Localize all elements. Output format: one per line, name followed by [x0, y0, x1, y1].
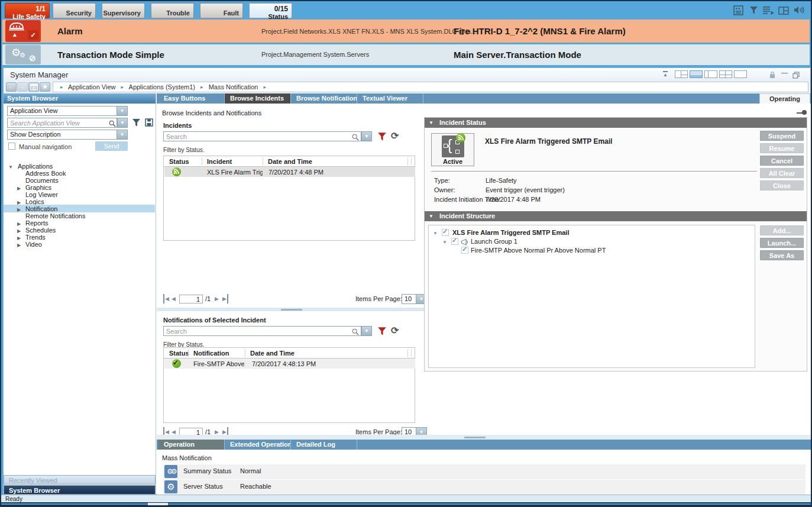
resume-button[interactable]: Resume — [760, 143, 804, 153]
layout-preset-1-icon[interactable] — [675, 70, 688, 78]
summary-button-life-safety[interactable]: 1/1 Life Safety — [5, 3, 50, 18]
expander-open-icon[interactable]: ▼ — [442, 240, 447, 245]
event-counter-icon[interactable] — [733, 5, 743, 18]
structure-group-checkbox[interactable]: ✓ — [451, 238, 458, 245]
tree-item-schedules[interactable]: Schedules — [25, 227, 56, 234]
layout-preset-3-icon[interactable] — [704, 70, 717, 78]
structure-root-checkbox[interactable]: ✓ — [442, 229, 449, 236]
view-selector[interactable]: Application View ▼ — [7, 106, 128, 116]
nav-back-button[interactable]: ← — [6, 82, 17, 92]
notifications-refresh-icon[interactable]: ⟳ — [391, 325, 399, 336]
tab-operation[interactable]: Operation — [158, 440, 225, 450]
transaction-banner[interactable]: ⚙ ⚙ ⊘ Transaction Mode Simple Project.Ma… — [2, 44, 810, 65]
page-number-input[interactable] — [179, 295, 203, 303]
structure-group-label[interactable]: Launch Group 1 — [471, 238, 517, 245]
tab-operating[interactable]: Operating — [759, 93, 810, 104]
horizontal-splitter[interactable] — [157, 308, 429, 311]
incidents-search-dropdown[interactable]: ▼ — [361, 131, 372, 141]
tree-item-graphics[interactable]: Graphics — [25, 184, 51, 191]
structure-root-label[interactable]: XLS Fire Alarm Triggered SMTP Email — [452, 229, 569, 236]
structure-leaf-label[interactable]: Fire-SMTP Above Normal Pr Above Normal P… — [471, 247, 606, 254]
send-button[interactable]: Send — [95, 141, 128, 151]
bottom-splitter[interactable] — [157, 435, 811, 440]
first-page-icon[interactable]: ◀ — [163, 294, 169, 303]
table-row[interactable]: XLS Fire Alarm Triggere 7/20/2017 4:48 P… — [164, 167, 415, 177]
cancel-button[interactable]: Cancel — [760, 156, 804, 166]
tab-detailed-log[interactable]: Detailed Log — [291, 440, 357, 450]
expander-closed-icon[interactable]: ▶ — [17, 228, 21, 234]
tree-item-reports[interactable]: Reports — [25, 219, 48, 227]
sidebar-search-input[interactable] — [7, 118, 117, 128]
tree-item-video[interactable]: Video — [25, 241, 42, 248]
launch-button[interactable]: Launch... — [760, 238, 804, 248]
notifications-filter-icon[interactable] — [377, 327, 387, 338]
tree-item-notification[interactable]: Notification — [25, 205, 57, 212]
incidents-filter-icon[interactable] — [377, 132, 387, 144]
incident-structure-header[interactable]: ▼ Incident Structure — [425, 211, 807, 221]
incidents-search-input[interactable] — [163, 131, 361, 141]
close-button[interactable]: Close — [760, 180, 804, 190]
incident-status-header[interactable]: ▼ Incident Status — [425, 118, 807, 128]
breadcrumb-item-application-view[interactable]: Application View — [68, 83, 116, 91]
tree-item-documents[interactable]: Documents — [25, 177, 59, 184]
expander-closed-icon[interactable]: ▶ — [17, 186, 21, 191]
last-page-icon[interactable]: ▶ — [222, 294, 228, 303]
add-button[interactable]: Add... — [760, 225, 804, 235]
next-page-icon[interactable]: ▶ — [215, 294, 219, 303]
tree-item-log-viewer[interactable]: Log Viewer — [25, 191, 58, 198]
breadcrumb-item-applications[interactable]: Applications (System1) — [129, 83, 196, 91]
collapse-pane-icon[interactable]: ▲ — [663, 71, 668, 77]
recently-viewed-tab[interactable]: Recently Viewed — [4, 475, 156, 485]
summary-button-security[interactable]: Security — [53, 3, 96, 18]
layout-preset-5-icon[interactable] — [734, 70, 747, 78]
items-per-page-select[interactable]: 10 ▼ — [402, 294, 427, 304]
tree-item-trends[interactable]: Trends — [25, 234, 46, 241]
summary-button-trouble[interactable]: Trouble — [151, 3, 194, 18]
expander-open-icon[interactable]: ▼ — [8, 164, 13, 170]
table-row[interactable]: ✓ Fire-SMTP Above No 7/20/2017 4:48:13 P… — [164, 359, 415, 369]
manual-navigation-checkbox[interactable] — [8, 143, 15, 150]
filter-icon[interactable] — [132, 118, 141, 130]
sound-icon[interactable] — [794, 6, 805, 17]
expander-closed-icon[interactable]: ▶ — [17, 207, 21, 212]
minimize-icon[interactable]: — — [781, 69, 788, 76]
nav-history-icon[interactable] — [28, 82, 39, 92]
chevron-down-icon[interactable]: ▼ — [117, 130, 127, 139]
notifications-search-input[interactable] — [163, 326, 361, 336]
event-filter-icon[interactable] — [749, 6, 758, 17]
summary-button-fault[interactable]: Fault — [200, 3, 243, 18]
search-dropdown-button[interactable]: ▼ — [117, 118, 128, 128]
tab-browse-notifications[interactable]: Browse Notifications — [291, 93, 357, 104]
notifications-search-dropdown[interactable]: ▼ — [361, 326, 372, 336]
tab-textual-viewer[interactable]: Textual Viewer — [357, 93, 423, 104]
nav-favorites-star-icon[interactable]: ★ — [40, 82, 50, 92]
save-search-icon[interactable] — [145, 118, 153, 129]
event-list-icon[interactable] — [763, 6, 774, 17]
tab-browse-incidents[interactable]: Browse Incidents — [225, 93, 291, 104]
structure-leaf-checkbox[interactable]: ✓ — [461, 247, 468, 254]
suspend-button[interactable]: Suspend — [760, 131, 804, 141]
tree-item-address-book[interactable]: Address Book — [25, 170, 66, 177]
prev-page-icon[interactable]: ◀ — [172, 294, 176, 303]
breadcrumb[interactable]: ▸ Application View ▸ Applications (Syste… — [53, 82, 808, 92]
restore-icon[interactable] — [792, 70, 800, 81]
summary-button-supervisory[interactable]: Supervisory — [102, 3, 145, 18]
layout-panes-icon[interactable] — [778, 7, 789, 17]
expander-closed-icon[interactable]: ▶ — [17, 235, 21, 241]
tab-easy-buttons[interactable]: Easy Buttons — [158, 93, 225, 104]
tab-extended-operation[interactable]: Extended Operation — [225, 440, 291, 450]
layout-preset-2-icon[interactable] — [690, 70, 703, 78]
alarm-banner[interactable]: ▲ ✓ Alarm Project.Field Networks.XLS XNE… — [2, 20, 810, 43]
expander-closed-icon[interactable]: ▶ — [17, 243, 21, 248]
breadcrumb-item-mass-notification[interactable]: Mass Notification — [209, 83, 258, 91]
summary-button-status[interactable]: 0/15 Status — [249, 3, 292, 18]
display-mode-selector[interactable]: Show Description ▼ — [7, 130, 128, 140]
chevron-down-icon[interactable]: ▼ — [117, 106, 127, 115]
tree-item-remote-notifications[interactable]: Remote Notifications — [25, 212, 86, 219]
system-browser-tab[interactable]: System Browser — [4, 485, 156, 495]
incidents-refresh-icon[interactable]: ⟳ — [391, 130, 399, 141]
tree-item-applications[interactable]: Applications — [18, 163, 53, 170]
expander-closed-icon[interactable]: ▶ — [17, 221, 21, 227]
lock-layout-icon[interactable] — [769, 70, 775, 81]
save-as-button[interactable]: Save As — [760, 250, 804, 260]
